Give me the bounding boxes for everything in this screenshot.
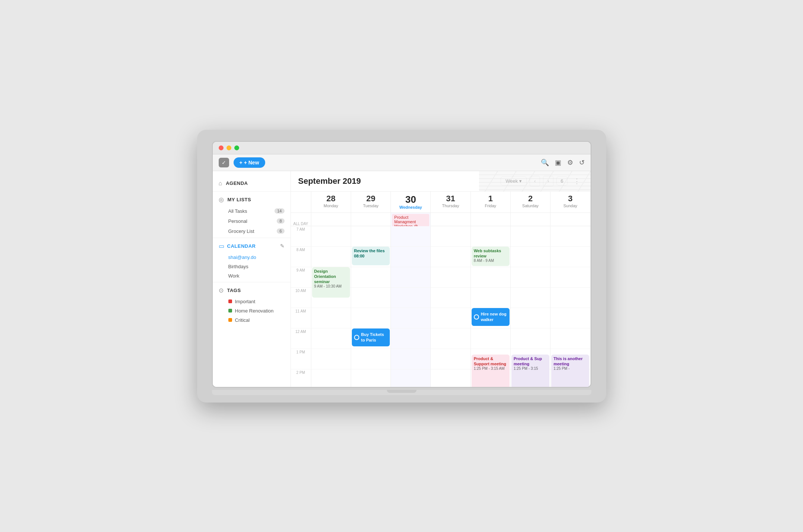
event-review-files[interactable]: Review the files 08:00 [352,247,390,265]
fri-10am[interactable] [471,288,510,308]
mon-7am[interactable] [311,226,351,247]
day-num-1: 1 [472,195,509,203]
sat-9am[interactable] [511,267,550,288]
minimize-button[interactable] [227,145,231,150]
thu-12pm[interactable] [431,329,470,349]
sat-8am[interactable] [511,247,550,267]
event-buy-tickets[interactable]: Buy Tickets to Paris [352,329,390,346]
tag-important[interactable]: Important [213,297,290,306]
wed-1pm[interactable] [391,349,430,369]
sidebar-item-agenda[interactable]: ⌂ AGENDA [213,177,290,190]
tue-10am[interactable] [351,288,391,308]
tue-1pm[interactable] [351,349,391,369]
day-num-2: 2 [512,195,549,203]
allday-row: ALL DAY Product Managment Workshop @ Azr… [291,213,591,226]
fri-7am[interactable] [471,226,510,247]
tag-home-renovation[interactable]: Home Renovation [213,306,290,315]
laptop-bottom [212,390,591,395]
maximize-button[interactable] [234,145,239,150]
wed-8am[interactable] [391,247,430,267]
close-button[interactable] [219,145,224,150]
all-tasks-badge: 14 [274,208,284,214]
time-spacer [291,192,311,212]
tags-label: TAGS [227,288,241,293]
tue-11am[interactable] [351,308,391,329]
event-product-sup[interactable]: Product & Sup meeting 1:25 PM - 3:15 [511,355,549,387]
tue-9am[interactable] [351,267,391,288]
event-design-orientation[interactable]: Design Orientation seminar 9 AM - 10:30 … [312,267,350,298]
day-num-30: 30 [392,195,429,204]
event-time-product-sup: 1:25 PM - 3:15 [514,366,547,371]
check-button[interactable]: ✓ [219,158,229,167]
all-tasks-label: All Tasks [228,208,247,214]
sun-10am[interactable] [550,288,590,308]
check-circle-icon: ◎ [219,196,224,203]
mon-1pm[interactable] [311,349,351,369]
mon-2pm[interactable] [311,369,351,387]
sidebar-cal-shai[interactable]: shai@any.do [213,253,290,262]
cal-title: September 2019 [298,176,361,186]
col-thursday [431,226,470,387]
sun-8am[interactable] [550,247,590,267]
sat-7am[interactable] [511,226,550,247]
sun-7am[interactable] [550,226,590,247]
event-time-product-support: 1:25 PM - 3:15 AM [474,366,507,371]
day-name-mon: Monday [313,203,349,208]
edit-icon[interactable]: ✎ [280,243,285,249]
sun-9am[interactable] [550,267,590,288]
wed-9am[interactable] [391,267,430,288]
event-time-design: 9 AM - 10:30 AM [314,284,348,288]
tue-7am[interactable] [351,226,391,247]
col-saturday: Product & Sup meeting 1:25 PM - 3:15 [511,226,550,387]
event-dog-walker[interactable]: Hire new dog walker [472,308,510,326]
col-monday: Design Orientation seminar 9 AM - 10:30 … [311,226,351,387]
laptop-notch [387,390,417,393]
sun-11am[interactable] [550,308,590,329]
sat-12pm[interactable] [511,329,550,349]
sun-12pm[interactable] [550,329,590,349]
wed-12pm[interactable] [391,329,430,349]
event-web-subtasks[interactable]: Web subtasks review 8 AM - 9 AM [472,247,510,266]
mon-11am[interactable] [311,308,351,329]
tag-critical[interactable]: Critical [213,315,290,325]
thu-1pm[interactable] [431,349,470,369]
day-header-sat: 2 Saturday [511,192,550,212]
thu-2pm[interactable] [431,369,470,387]
refresh-icon[interactable]: ↺ [579,158,585,167]
event-another-meeting[interactable]: This is another meeting 1:25 PM - [551,355,589,387]
fri-9am[interactable] [471,267,510,288]
wed-11am[interactable] [391,308,430,329]
sidebar-item-my-lists[interactable]: ◎ MY LISTS [213,193,290,206]
day-name-thu: Thursday [432,203,469,208]
wed-2pm[interactable] [391,369,430,387]
fri-12pm[interactable] [471,329,510,349]
sat-11am[interactable] [511,308,550,329]
sidebar-sub-personal[interactable]: Personal 8 [213,216,290,226]
day-header-thu: 31 Thursday [431,192,470,212]
day-name-tue: Tuesday [353,203,389,208]
thu-7am[interactable] [431,226,470,247]
tue-2pm[interactable] [351,369,391,387]
mon-8am[interactable] [311,247,351,267]
event-product-support[interactable]: Product & Support meeting 1:25 PM - 3:15… [472,355,510,387]
settings-icon[interactable]: ⚙ [567,158,573,167]
thu-10am[interactable] [431,288,470,308]
day-header-mon: 28 Monday [311,192,351,212]
sidebar-sub-all-tasks[interactable]: All Tasks 14 [213,206,290,216]
wed-10am[interactable] [391,288,430,308]
sat-10am[interactable] [511,288,550,308]
layout-icon[interactable]: ▣ [555,158,561,167]
new-button[interactable]: + + New [234,157,265,168]
wed-7am[interactable] [391,226,430,247]
thu-11am[interactable] [431,308,470,329]
sidebar-sub-grocery[interactable]: Grocery List 6 [213,226,290,236]
sidebar-cal-work[interactable]: Work [213,271,290,281]
thu-8am[interactable] [431,247,470,267]
mon-12pm[interactable] [311,329,351,349]
search-icon[interactable]: 🔍 [541,158,549,167]
thu-9am[interactable] [431,267,470,288]
sidebar-cal-birthdays[interactable]: Birthdays [213,262,290,271]
col-friday: Web subtasks review 8 AM - 9 AM Hire new… [471,226,511,387]
sidebar-item-tags[interactable]: ⊙ TAGS [213,284,290,297]
time-slot-1pm: 1 PM [291,349,311,369]
